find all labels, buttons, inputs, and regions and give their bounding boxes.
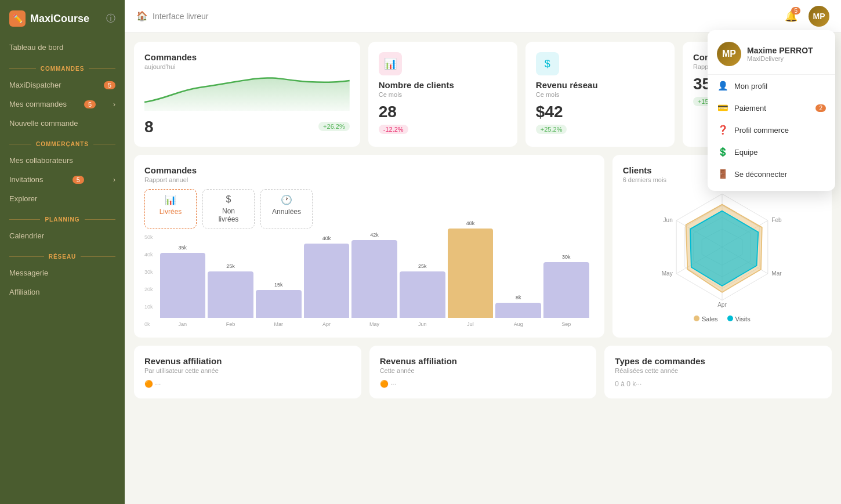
sidebar-item-label: Affiliation bbox=[9, 288, 40, 296]
card-clients-value: 28 bbox=[379, 103, 507, 121]
bar-column: 30kSep bbox=[543, 254, 589, 327]
filter-label: Nonlivrées bbox=[219, 207, 239, 223]
card-clients: 📊 Nombre de clients Ce mois 28 -12.2% bbox=[368, 42, 517, 147]
y-label: 30k bbox=[144, 269, 153, 275]
bar-month-label: Jun bbox=[418, 321, 427, 327]
person-icon: 👤 bbox=[717, 81, 728, 91]
card-commandes-badge: +26.2% bbox=[318, 122, 350, 131]
bar-value-label: 48k bbox=[466, 220, 475, 226]
bar-column: 25kJun bbox=[400, 263, 445, 327]
y-label: 0k bbox=[144, 321, 153, 327]
bar-value-label: 25k bbox=[418, 263, 427, 269]
dropdown-username: Maxime PERROT bbox=[747, 46, 813, 55]
filter-label: Annulées bbox=[272, 208, 301, 216]
sidebar-section-commandes: COMMANDES bbox=[0, 57, 125, 75]
bar-value-label: 8k bbox=[516, 295, 521, 300]
bar-column: 25kFeb bbox=[208, 263, 253, 327]
sidebar-item-dashboard[interactable]: Tableau de bord bbox=[0, 37, 125, 57]
sidebar: ✏️ MaxiCourse ⓘ Tableau de bord COMMANDE… bbox=[0, 0, 125, 504]
chart-filters: 📊 Livrées $ Nonlivrées 🕐 Annulées bbox=[144, 189, 594, 229]
bar-chart-area: 50k 40k 30k 20k 10k 0k 35kJan25kFeb15kMa… bbox=[144, 234, 594, 327]
sidebar-section-commercants: COMMERÇANTS bbox=[0, 133, 125, 151]
notif-badge: 5 bbox=[791, 7, 800, 14]
card-clients-title: Nombre de clients bbox=[379, 80, 507, 90]
y-label: 40k bbox=[144, 252, 153, 258]
dropdown-item-payment[interactable]: 💳 Paiement 2 bbox=[708, 97, 835, 119]
sidebar-badge: 5 bbox=[72, 176, 84, 184]
dollar-icon: 💲 bbox=[717, 147, 728, 157]
radar-svg: Jan Feb Mar Apr May Jun bbox=[658, 183, 786, 311]
clock-icon: 🕐 bbox=[281, 194, 292, 205]
revenu-icon: $ bbox=[536, 52, 559, 75]
svg-text:Jun: Jun bbox=[663, 217, 672, 223]
filter-livrees[interactable]: 📊 Livrées bbox=[144, 189, 197, 229]
sidebar-item-invitations[interactable]: Invitations 5 › bbox=[0, 170, 125, 189]
svg-text:May: May bbox=[662, 270, 673, 277]
radar-legend: Sales Visits bbox=[694, 316, 751, 322]
dropdown-item-label: Mon profil bbox=[734, 82, 767, 90]
bar-month-label: Mar bbox=[274, 321, 283, 327]
bottom-card-content-2: 🟠 ··· bbox=[380, 380, 586, 388]
bar-month-label: Aug bbox=[514, 321, 523, 327]
bar-month-label: Feb bbox=[226, 321, 235, 327]
sidebar-item-nouvelle-commande[interactable]: Nouvelle commande bbox=[0, 114, 125, 133]
bottom-card-title-2: Revenus affiliation bbox=[380, 356, 586, 366]
question-icon: ❓ bbox=[717, 125, 728, 135]
bar-month-label: Apr bbox=[322, 321, 331, 327]
bar-chart-card: Commandes Rapport annuel 📊 Livrées $ Non… bbox=[134, 155, 604, 338]
dropdown-item-profile[interactable]: 👤 Mon profil bbox=[708, 75, 835, 97]
sidebar-section-planning: PLANNING bbox=[0, 208, 125, 226]
dropdown-item-team[interactable]: 💲 Equipe bbox=[708, 141, 835, 163]
dropdown-header: MP Maxime PERROT MaxiDelivery bbox=[708, 36, 835, 75]
sidebar-section-reseau: RÉSEAU bbox=[0, 245, 125, 263]
info-icon[interactable]: ⓘ bbox=[106, 13, 115, 25]
sidebar-item-mes-commandes[interactable]: Mes commandes 5 › bbox=[0, 95, 125, 114]
filter-annulees[interactable]: 🕐 Annulées bbox=[260, 189, 313, 229]
y-label: 50k bbox=[144, 234, 153, 240]
sidebar-item-label: Invitations bbox=[9, 175, 44, 184]
bar-value-label: 40k bbox=[322, 235, 331, 241]
dollar-icon: $ bbox=[226, 194, 231, 205]
bar-column: 35kJan bbox=[160, 245, 206, 327]
card-commandes-title: Commandes bbox=[144, 52, 350, 62]
sidebar-item-collaborateurs[interactable]: Mes collaborateurs bbox=[0, 151, 125, 170]
sidebar-item-messagerie[interactable]: Messagerie bbox=[0, 263, 125, 282]
bar-month-label: Jul bbox=[467, 321, 474, 327]
dropdown-user-info: Maxime PERROT MaxiDelivery bbox=[747, 46, 813, 62]
bar-column: 42kMay bbox=[351, 232, 397, 327]
bar-month-label: Jan bbox=[179, 321, 187, 327]
bar-rect bbox=[495, 303, 541, 318]
home-icon: 🏠 bbox=[136, 10, 148, 21]
bar-chart-section: Commandes Rapport annuel 📊 Livrées $ Non… bbox=[134, 155, 604, 338]
app-name: MaxiCourse bbox=[30, 13, 89, 25]
bottom-card-content-3: 0 à 0 k··· bbox=[615, 380, 821, 388]
sidebar-item-calendrier[interactable]: Calendrier bbox=[0, 226, 125, 245]
bar-chart: 35kJan25kFeb15kMar40kApr42kMay25kJun48kJ… bbox=[155, 234, 594, 327]
sidebar-item-explorer[interactable]: Explorer bbox=[0, 189, 125, 208]
sidebar-badge: 5 bbox=[104, 81, 115, 89]
chart-icon: 📊 bbox=[165, 194, 176, 205]
bar-rect bbox=[448, 229, 494, 318]
dropdown-item-commerce[interactable]: ❓ Profil commerce bbox=[708, 119, 835, 141]
dropdown-item-logout[interactable]: 🚪 Se déconnecter bbox=[708, 163, 835, 185]
user-avatar[interactable]: MP bbox=[809, 6, 829, 27]
sidebar-item-maxidispatcher[interactable]: MaxiDispatcher 5 bbox=[0, 75, 125, 95]
bottom-card-subtitle-2: Cette année bbox=[380, 367, 586, 374]
radar-container: Jan Feb Mar Apr May Jun Sales Visits bbox=[623, 183, 821, 322]
bottom-card-subtitle-3: Réalisées cette année bbox=[615, 367, 821, 374]
bottom-card-1: Revenus affiliation Par utilisateur cett… bbox=[134, 346, 361, 398]
dropdown-avatar: MP bbox=[717, 42, 741, 66]
topbar-title: Interface livreur bbox=[153, 12, 208, 21]
bar-column: 15kMar bbox=[256, 282, 302, 327]
topbar: 🏠 Interface livreur 🔔 5 MP MP Maxime PER… bbox=[125, 0, 841, 32]
legend-visits: Visits bbox=[727, 316, 751, 322]
bar-value-label: 25k bbox=[226, 263, 235, 269]
logo-icon: ✏️ bbox=[9, 10, 26, 27]
svg-text:Feb: Feb bbox=[771, 217, 782, 223]
notifications-button[interactable]: 🔔 5 bbox=[781, 6, 802, 27]
filter-non-livrees[interactable]: $ Nonlivrées bbox=[202, 189, 255, 229]
dropdown-badge: 2 bbox=[815, 104, 826, 112]
dropdown-item-label: Paiement bbox=[734, 104, 766, 113]
sidebar-item-affiliation[interactable]: Affiliation bbox=[0, 282, 125, 302]
bottom-card-subtitle-1: Par utilisateur cette année bbox=[144, 367, 351, 374]
